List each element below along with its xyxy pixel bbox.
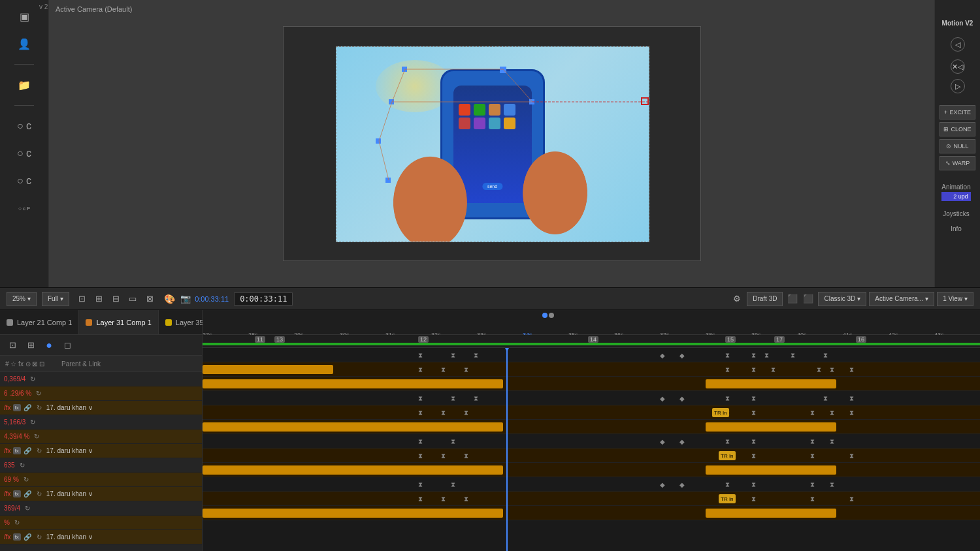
layer-row-11[interactable]: % ↻	[0, 516, 202, 530]
track-row-5: ⧗ ⧗ ⧗ ⧗ ⧗ TR In ⧗ ⧗ ⧗	[203, 405, 980, 420]
nav-btn-1[interactable]: ◁	[951, 37, 965, 52]
layer-link-icon-6: 🔗	[23, 447, 32, 456]
play-prev-icon[interactable]: ⬛	[785, 292, 800, 306]
solo-icon[interactable]: ⊡	[5, 338, 20, 353]
kf-hg-11f: ⧗	[810, 496, 815, 503]
layer-cycle-icon-4: ↻	[28, 418, 37, 427]
layer-row-9[interactable]: /fx fx 🔗 ↻ 17. daru khan ∨	[0, 487, 202, 501]
track-bar-12	[203, 509, 503, 518]
quality-selector[interactable]: Full ▾	[42, 292, 69, 306]
classic3d-selector[interactable]: Classic 3D ▾	[818, 292, 866, 306]
tool-icon-c2[interactable]: ○ c	[14, 144, 34, 163]
kf-hg-1b: ⧗	[451, 352, 455, 360]
kf-hg-7h: ⧗	[830, 438, 834, 446]
tr-badge-5: TR In	[712, 408, 729, 417]
kf-hg-7a: ⧗	[418, 438, 423, 446]
nav-btn-3[interactable]: ▷	[951, 79, 965, 93]
camera-selector[interactable]: Active Camera... ▾	[869, 292, 934, 306]
draft3d-btn[interactable]: Draft 3D	[747, 292, 783, 306]
layer-row-3[interactable]: /fx fx 🔗 ↻ 17. daru khan ∨	[0, 401, 202, 415]
layer-cycle-icon-7: ↻	[18, 461, 27, 470]
kf-hg-7e: ⧗	[725, 438, 730, 446]
tr-badge-11: TR In	[719, 494, 736, 503]
kf-hg-2i: ⧗	[849, 366, 854, 374]
warp-button[interactable]: ⤡ WARP	[939, 156, 975, 170]
tab-layer31[interactable]: Layer 31 Comp 1	[79, 310, 158, 334]
layer-fx-row-3: /fx fx 🔗	[4, 403, 32, 413]
viewer-title: Active Camera (Default)	[56, 5, 132, 13]
zoom-selector[interactable]: 25% ▾	[7, 292, 37, 306]
kf-hg-8b: ⧗	[441, 452, 446, 460]
resize-icon[interactable]: ⊡	[74, 292, 89, 306]
kf-hg-10e: ⧗	[725, 481, 730, 489]
clone-button[interactable]: ⊞ CLONE	[939, 122, 975, 136]
kf-hg-10f: ⧗	[751, 481, 756, 489]
layer-row-6[interactable]: /fx fx 🔗 ↻ 17. daru khan ∨	[0, 444, 202, 458]
excite-button[interactable]: + EXCITE	[939, 105, 975, 119]
safe-icon[interactable]: ▭	[125, 292, 140, 306]
track-row-9	[203, 463, 980, 477]
track-row-10: ⧗ ⧗ ◆ ◆ ⧗ ⧗ ⧗ ⧗	[203, 477, 980, 492]
kf-hg-2g: ⧗	[817, 366, 821, 374]
view-icon[interactable]: ⊠	[142, 292, 157, 306]
color-wheel-icon[interactable]: 🎨	[162, 292, 176, 306]
track-row-4: ⧗ ⧗ ⧗ ◆ ◆ ⧗ ⧗ ⧗ ⧗	[203, 391, 980, 405]
layer-row-2[interactable]: 6 .29/6 % ↻	[0, 386, 202, 401]
info-label: Info	[951, 225, 962, 232]
kf-4d: ◆	[660, 395, 665, 402]
layer-link-icon-3: 🔗	[23, 403, 32, 413]
renderer-icon[interactable]: ⚙	[730, 292, 744, 306]
motion-icon[interactable]: ◻	[60, 338, 74, 353]
marker-13: 13	[274, 336, 285, 343]
camera-value: Active Camera...	[875, 295, 923, 302]
shapes-icon[interactable]: ●	[42, 338, 56, 353]
null-icon: ⊙	[946, 143, 951, 150]
marker-14: 14	[588, 336, 598, 343]
tool-icon-cf[interactable]: ○ c F	[14, 198, 34, 218]
layer-value-6: /fx	[4, 447, 11, 454]
kf-hg-5f: ⧗	[810, 409, 815, 417]
kf-hg-5a: ⧗	[418, 409, 423, 417]
tool-icon-c3[interactable]: ○ c	[14, 171, 34, 191]
quality-value: Full	[48, 295, 58, 302]
kf-hg-1g: ⧗	[751, 352, 756, 360]
grid-icon[interactable]: ⊞	[91, 292, 106, 306]
color-controls: 🎨 📷 0:00:33:11	[162, 292, 229, 306]
kf-hg-10a: ⧗	[418, 481, 423, 489]
layer-row-1[interactable]: 0,369/4 ↻	[0, 372, 202, 386]
tool-icon-1[interactable]: ▣	[14, 7, 34, 26]
motion-v2-label: Motion V2	[942, 20, 973, 27]
tool-icon-2[interactable]: 👤	[14, 34, 34, 54]
tool-icon-folder[interactable]: 📁	[14, 75, 34, 95]
layer-row-8[interactable]: 69 % ↻	[0, 473, 202, 487]
layer-row-10[interactable]: 369/4 ↻	[0, 501, 202, 516]
null-button[interactable]: ⊙ NULL	[939, 139, 975, 153]
tracks-header: 27s 28s 29s 30s 31s 32s 33s 34s 35s 36s …	[203, 310, 980, 335]
layer-row-4[interactable]: 5,166/3 ↻	[0, 415, 202, 430]
draft3d-label: Draft 3D	[753, 295, 777, 302]
fx-tag-12: fx	[13, 533, 21, 541]
playhead[interactable]	[506, 348, 508, 551]
fx-tag-3: fx	[13, 404, 21, 411]
layer-value-9: /fx	[4, 490, 11, 497]
layer-row-5[interactable]: 4,39/4 % ↻	[0, 430, 202, 444]
view-selector[interactable]: 1 View ▾	[937, 292, 973, 306]
lock-icon[interactable]: ⊞	[24, 338, 38, 353]
comp-tabs: Layer 21 Comp 1 Layer 31 Comp 1 Layer 35…	[0, 310, 202, 335]
switches-label: # ☆ fx ⊙ ⊠ ⊡	[5, 360, 57, 368]
nav-btn-2[interactable]: ✕◁	[951, 59, 965, 74]
play-icon[interactable]: ⬛	[801, 292, 815, 306]
region-icon[interactable]: ⊟	[108, 292, 123, 306]
update-badge[interactable]: 2 upd	[941, 192, 970, 201]
kf-hg-4f: ⧗	[725, 395, 730, 403]
tab-layer21[interactable]: Layer 21 Comp 1	[0, 310, 79, 334]
layer-row-7[interactable]: 635 ↻	[0, 458, 202, 473]
camera-icon[interactable]: 📷	[178, 292, 193, 306]
tool-icon-c1[interactable]: ○ c	[14, 116, 34, 136]
right-tool-panel: Motion V2 ◁ ✕◁ ▷ + EXCITE ⊞ CLONE ⊙ NULL…	[934, 0, 980, 287]
layer-fx-row-9: /fx fx 🔗	[4, 490, 32, 499]
kf-hg-8g: ⧗	[849, 452, 854, 460]
layer-row-12[interactable]: /fx fx 🔗 ↻ 17. daru khan ∨	[0, 530, 202, 544]
layer-list: 0,369/4 ↻ 6 .29/6 % ↻ /fx fx 🔗 ↻ 17. dar…	[0, 372, 202, 544]
layer-name-3: 17. daru khan ∨	[46, 404, 198, 411]
